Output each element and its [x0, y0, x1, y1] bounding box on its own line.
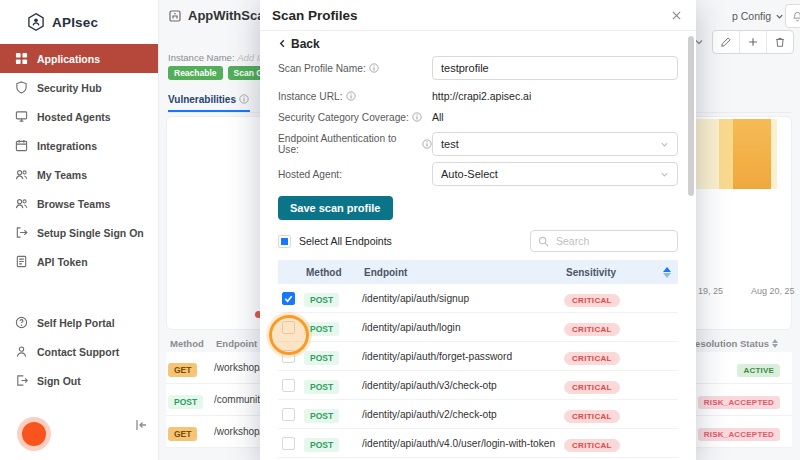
chart-bar-orange	[733, 119, 771, 189]
method-badge: POST	[304, 293, 339, 307]
sidebar-item-label: Self Help Portal	[37, 317, 115, 329]
config-dropdown-label: p Config	[732, 10, 771, 22]
endpoint-row[interactable]: POST /identity/api/auth/v4.0/user/login-…	[278, 429, 678, 458]
endpoint-auth-select[interactable]: test	[432, 132, 678, 156]
back-label: Back	[291, 37, 320, 51]
sidebar-item-sign-out[interactable]: Sign Out	[0, 366, 158, 395]
method-badge: POST	[304, 351, 339, 365]
hosted-agent-select[interactable]: Auto-Select	[432, 162, 678, 186]
endpoint-path: /identity/api/auth/v4.0/user/login-with-…	[362, 438, 564, 449]
sidebar-item-hosted-agents[interactable]: Hosted Agents	[0, 102, 158, 131]
sidebar-item-label: Contact Support	[37, 346, 119, 358]
method-badge: GET	[168, 427, 197, 441]
sensitivity-badge: CRITICAL	[564, 439, 620, 452]
method-badge: POST	[304, 438, 339, 452]
chart-x-label: Aug 20, 25	[751, 286, 795, 296]
info-icon	[422, 139, 432, 149]
info-icon	[369, 63, 379, 73]
resolution-status-header[interactable]: Resolution Status	[688, 338, 792, 349]
row-checkbox[interactable]	[282, 408, 295, 421]
scan-profile-name-label: Scan Profile Name:	[278, 63, 432, 74]
application-icon	[168, 9, 182, 23]
row-checkbox[interactable]	[282, 321, 295, 334]
chevron-down-icon	[660, 170, 669, 179]
field-label-text: Hosted Agent:	[278, 169, 342, 180]
row-checkbox[interactable]	[282, 292, 295, 305]
field-label-text: Security Category Coverage:	[278, 112, 409, 123]
back-button[interactable]: Back	[278, 37, 696, 50]
method-header: Method	[166, 338, 216, 349]
save-scan-profile-button[interactable]: Save scan profile	[278, 196, 393, 220]
sidebar-item-api-token[interactable]: API Token	[0, 247, 158, 276]
add-plus-icon[interactable]	[739, 31, 766, 53]
endpoint-auth-label: Endpoint Authentication to Use:	[278, 133, 432, 155]
collapse-sidebar-icon[interactable]	[134, 418, 148, 432]
sidebar: APIsec Applications Security Hub Hosted …	[0, 0, 159, 460]
endpoint-header: Endpoint	[362, 267, 564, 278]
field-label-text: Endpoint Authentication to Use:	[278, 133, 419, 155]
endpoints-table: Method Endpoint Sensitivity POST /identi…	[278, 260, 678, 460]
resolution-status-label: Resolution Status	[688, 338, 769, 349]
sidebar-item-self-help[interactable]: Self Help Portal	[0, 308, 158, 337]
sidebar-item-my-teams[interactable]: My Teams	[0, 160, 158, 189]
row-checkbox[interactable]	[282, 350, 295, 363]
people-icon	[14, 197, 28, 211]
apisec-logo: APIsec	[0, 0, 158, 40]
reachable-badge: Reachable	[168, 66, 223, 80]
sidebar-item-setup-sso[interactable]: Setup Single Sign On	[0, 218, 158, 247]
delete-trash-icon[interactable]	[766, 31, 793, 53]
modal-scrollbar[interactable]	[688, 36, 694, 196]
info-icon	[412, 112, 422, 122]
instance-url-row: Instance URL: http://crapi2.apisec.ai	[278, 89, 678, 103]
sidebar-item-label: Applications	[37, 53, 100, 65]
hosted-agent-value: Auto-Select	[441, 168, 498, 180]
row-checkbox[interactable]	[282, 379, 295, 392]
scan-profile-name-input[interactable]	[432, 56, 678, 80]
document-icon	[14, 255, 28, 269]
apisec-logo-text: APIsec	[52, 15, 98, 30]
endpoint-row[interactable]: POST /identity/api/auth/v3/check-otp CRI…	[278, 371, 678, 400]
row-checkbox[interactable]	[282, 437, 295, 450]
method-header: Method	[304, 267, 362, 278]
sidebar-item-label: API Token	[37, 256, 88, 268]
calendar-icon	[14, 139, 28, 153]
hosted-agent-label: Hosted Agent:	[278, 169, 432, 180]
sidebar-item-contact-support[interactable]: Contact Support	[0, 337, 158, 366]
endpoint-row[interactable]: POST /identity/api/auth/login CRITICAL	[278, 313, 678, 342]
endpoint-row[interactable]: POST /identity/api/auth/forget-password …	[278, 342, 678, 371]
select-all-checkbox[interactable]	[278, 235, 291, 248]
search-input[interactable]	[554, 234, 670, 248]
recorder-fab-button[interactable]	[22, 422, 46, 446]
config-dropdown[interactable]: p Config	[732, 10, 784, 22]
field-label-text: Scan Profile Name:	[278, 63, 366, 74]
sidebar-item-security-hub[interactable]: Security Hub	[0, 73, 158, 102]
status-badge: RISK_ACCEPTED	[698, 428, 780, 441]
logout-icon	[14, 374, 28, 388]
sidebar-item-label: Integrations	[37, 140, 97, 152]
notification-bell-icon[interactable]	[785, 4, 800, 28]
tab-vulnerabilities[interactable]: Vulnerabilities	[168, 88, 250, 112]
sidebar-item-browse-teams[interactable]: Browse Teams	[0, 189, 158, 218]
endpoint-auth-value: test	[441, 138, 459, 150]
method-badge: POST	[304, 409, 339, 423]
sort-icon	[772, 339, 778, 348]
scan-profiles-modal: Scan Profiles Back Scan Profile Name: In…	[260, 0, 696, 460]
chevron-down-icon	[775, 12, 784, 21]
info-icon	[346, 91, 356, 101]
sort-icon[interactable]	[656, 267, 678, 278]
scan-profile-name-row: Scan Profile Name:	[278, 56, 678, 80]
modal-header: Scan Profiles	[260, 0, 696, 31]
sidebar-item-applications[interactable]: Applications	[0, 44, 158, 73]
sidebar-item-integrations[interactable]: Integrations	[0, 131, 158, 160]
select-all-group: Select All Endpoints	[278, 235, 392, 248]
endpoint-row[interactable]: POST /identity/api/auth/signup CRITICAL	[278, 284, 678, 313]
search-icon	[538, 236, 549, 247]
endpoints-table-header: Method Endpoint Sensitivity	[278, 260, 678, 284]
status-badge: RISK_ACCEPTED	[698, 396, 780, 409]
edit-pencil-icon[interactable]	[713, 31, 739, 53]
endpoint-row[interactable]: POST /identity/api/auth/v2/check-otp CRI…	[278, 400, 678, 429]
close-icon[interactable]	[671, 10, 682, 21]
apisec-logo-icon	[26, 12, 46, 32]
monitor-icon	[14, 110, 28, 124]
page-toolbar	[694, 30, 794, 54]
